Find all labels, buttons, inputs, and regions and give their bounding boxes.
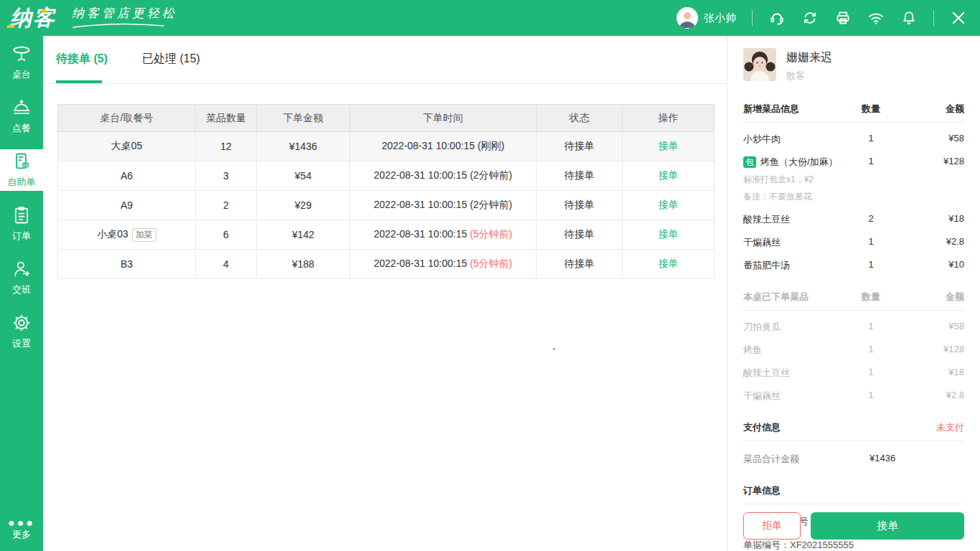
cell-amount: ¥54	[257, 161, 350, 191]
close-icon[interactable]	[950, 9, 967, 27]
sidebar-item-label: 桌台	[12, 68, 31, 81]
wifi-icon[interactable]	[867, 9, 885, 27]
sidebar-item-label: 订单	[12, 230, 31, 242]
customer-header: 姗姗来迟 散客	[743, 48, 964, 83]
qty-header: 数量	[849, 103, 892, 116]
printer-icon[interactable]	[834, 9, 852, 27]
time-suffix: (2分钟前)	[470, 199, 512, 210]
self-order-icon: 自助	[11, 151, 32, 174]
payment-total-label: 菜品合计金额	[743, 453, 870, 466]
col-count: 菜品数量	[196, 105, 257, 132]
dish-item: 干煸藕丝 1 ¥2.8	[743, 390, 964, 402]
cell-time: 2022-08-31 10:00:15 (2分钟前)	[350, 191, 537, 220]
cell-count: 12	[196, 132, 257, 161]
payment-title: 支付信息	[743, 421, 936, 434]
cell-table: B3	[58, 250, 196, 279]
col-amount: 下单金额	[257, 105, 350, 132]
user-menu[interactable]: 张小帅	[677, 7, 736, 29]
table-row[interactable]: 小桌03加菜 6 ¥142 2022-08-31 10:00:15 (5分钟前)…	[58, 220, 715, 250]
customer-type: 散客	[786, 70, 832, 83]
cell-amount: ¥142	[257, 220, 350, 250]
payment-status-badge: 未支付	[936, 421, 964, 434]
sidebar-item-orders[interactable]: 订单	[0, 203, 43, 245]
orders-table-header: 桌台/取餐号 菜品数量 下单金额 下单时间 状态 操作	[58, 105, 715, 132]
user-name: 张小帅	[704, 11, 736, 25]
sidebar-item-ordering[interactable]: 点餐	[0, 95, 43, 137]
dish-item: 番茄肥牛汤 1 ¥10	[743, 259, 964, 272]
cell-time: 2022-08-31 10:00:15 (5分钟前)	[350, 220, 537, 250]
accept-order-link[interactable]: 接单	[659, 258, 679, 269]
sidebar-item-shift[interactable]: 交班	[0, 257, 43, 298]
accept-button[interactable]: 接单	[811, 512, 964, 540]
table-row[interactable]: B3 4 ¥188 2022-08-31 10:00:15 (5分钟前) 待接单…	[58, 250, 715, 279]
cell-count: 4	[196, 250, 257, 279]
cell-time: 2022-08-31 10:00:15 (刚刚)	[350, 132, 537, 161]
dish-item: 包烤鱼（大份/加麻） 1 ¥128	[743, 156, 964, 169]
customer-avatar	[743, 48, 776, 81]
dish-item: 酸辣土豆丝 1 ¥18	[743, 367, 964, 380]
cell-count: 3	[196, 161, 257, 191]
order-info-line: 单据编号：XF2021555555	[743, 539, 964, 551]
payment-total-value: ¥1436	[870, 453, 895, 466]
new-dishes-header: 新增菜品信息 数量 金额	[743, 103, 964, 116]
pack-badge: 包	[743, 156, 756, 168]
accept-order-link[interactable]: 接单	[659, 169, 679, 181]
orders-table: 桌台/取餐号 菜品数量 下单金额 下单时间 状态 操作 大桌05 12 ¥143…	[57, 104, 715, 279]
table-row[interactable]: A6 3 ¥54 2022-08-31 10:00:15 (2分钟前) 待接单 …	[58, 161, 715, 191]
brand-area: 纳客 纳客管店更轻松	[10, 2, 177, 34]
col-table: 桌台/取餐号	[58, 105, 196, 132]
brand-slogan-wrap: 纳客管店更轻松	[72, 5, 177, 29]
bell-icon[interactable]	[900, 9, 918, 27]
sidebar-item-label: 自助单	[8, 176, 36, 189]
sidebar-item-label: 交班	[12, 283, 31, 296]
qty-header: 数量	[849, 291, 892, 303]
sync-icon[interactable]	[801, 9, 819, 27]
tab-bar: 待接单 (5) 已处理 (15)	[43, 36, 727, 84]
app-window: 纳客 纳客管店更轻松 张小帅	[0, 0, 980, 551]
cell-action: 接单	[623, 191, 715, 220]
cell-status: 待接单	[537, 191, 623, 220]
order-info-title: 订单信息	[743, 484, 964, 497]
cell-status: 待接单	[537, 132, 623, 161]
sidebar-item-more[interactable]: ●●● 更多	[0, 519, 43, 541]
cell-action: 接单	[623, 250, 715, 279]
dish-item: 干煸藕丝 1 ¥2.8	[743, 236, 964, 249]
panel-actions: 拒单 接单	[743, 512, 964, 540]
sidebar-item-self-order[interactable]: 自助 自助单	[0, 149, 43, 191]
more-dots-icon: ●●●	[8, 519, 35, 527]
header-divider	[752, 10, 753, 26]
table-row[interactable]: A9 2 ¥29 2022-08-31 10:00:15 (2分钟前) 待接单 …	[58, 191, 715, 220]
cell-amount: ¥29	[257, 191, 350, 220]
cell-status: 待接单	[537, 220, 623, 250]
cell-time: 2022-08-31 10:00:15 (5分钟前)	[350, 250, 537, 279]
table-row[interactable]: 大桌05 12 ¥1436 2022-08-31 10:00:15 (刚刚) 待…	[58, 132, 715, 161]
dish-item: 烤鱼 1 ¥128	[743, 344, 964, 357]
time-suffix: (5分钟前)	[470, 258, 512, 269]
cell-action: 接单	[623, 132, 715, 161]
accept-order-link[interactable]: 接单	[659, 199, 679, 210]
customer-service-icon[interactable]	[768, 9, 786, 27]
amount-header: 金额	[911, 103, 964, 116]
tab-processed[interactable]: 已处理 (15)	[142, 36, 200, 83]
cell-status: 待接单	[537, 161, 623, 191]
order-list-icon	[11, 205, 32, 227]
accept-order-link[interactable]: 接单	[659, 140, 679, 151]
amount-header: 金额	[911, 291, 964, 303]
customer-name: 姗姗来迟	[786, 50, 832, 65]
add-dish-tag: 加菜	[132, 228, 156, 242]
sidebar-item-settings[interactable]: 设置	[0, 311, 43, 352]
top-bar: 纳客 纳客管店更轻松 张小帅	[0, 0, 980, 36]
cell-amount: ¥1436	[257, 132, 350, 161]
sidebar-item-tables[interactable]: 桌台	[0, 42, 43, 83]
tab-pending[interactable]: 待接单 (5)	[56, 36, 108, 83]
shift-icon	[11, 259, 32, 281]
payment-total-row: 菜品合计金额 ¥1436	[743, 453, 964, 466]
cell-count: 2	[196, 191, 257, 220]
reject-button[interactable]: 拒单	[743, 512, 801, 540]
top-bar-right: 张小帅	[677, 7, 967, 29]
ordered-dishes-title: 本桌已下单菜品	[743, 291, 849, 303]
ordered-dishes-header: 本桌已下单菜品 数量 金额	[743, 291, 964, 303]
accept-order-link[interactable]: 接单	[659, 228, 679, 240]
cloche-icon	[11, 98, 32, 120]
table-icon	[11, 44, 32, 66]
